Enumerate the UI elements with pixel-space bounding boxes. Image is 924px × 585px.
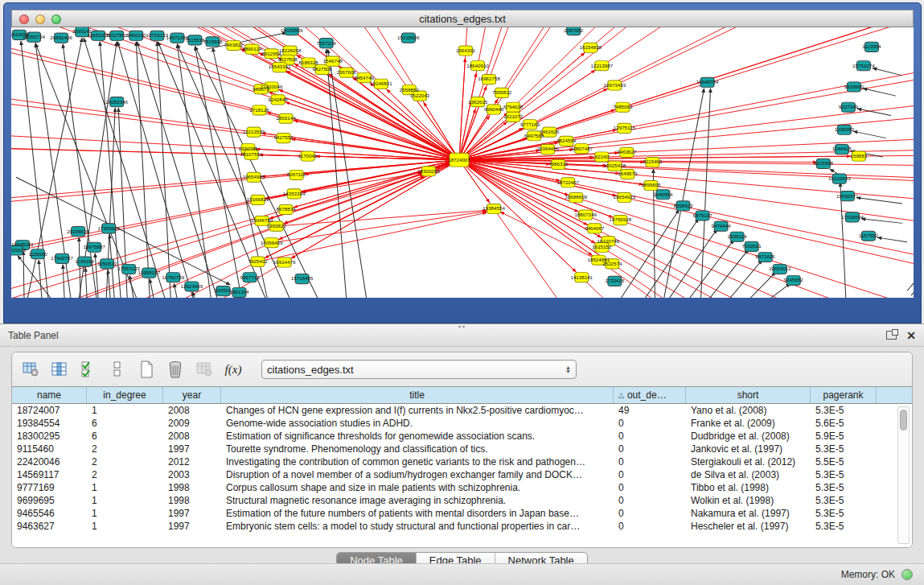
network-node-label: 3824554 (556, 138, 577, 143)
table-cell: 1 (87, 495, 163, 506)
table-row[interactable]: 1872400712008Changes of HCN gene express… (12, 404, 891, 417)
network-node-label: 9245652 (784, 278, 804, 283)
float-panel-icon[interactable] (886, 331, 897, 340)
column-header-short[interactable]: short (686, 387, 811, 403)
network-node-label: 10975887 (83, 245, 105, 249)
select-all-button[interactable] (76, 357, 101, 381)
network-node-label: 9899695 (641, 183, 661, 188)
function-builder-icon: f(x) (225, 363, 242, 377)
table-cell: 2008 (163, 405, 221, 416)
table-cell: Corpus callosum shape and size in male p… (221, 482, 614, 493)
column-header-pagerank[interactable]: pagerank (811, 387, 877, 403)
network-node-label: 9427552 (274, 136, 294, 141)
table-cell: 0 (614, 418, 686, 429)
network-node-label: 9827508 (313, 67, 333, 72)
table-cell: 1 (87, 521, 163, 532)
table-cell: Nakamura et al. (1997) (686, 508, 811, 519)
column-header-label: pagerank (823, 389, 863, 401)
table-mode-button[interactable] (18, 357, 43, 381)
network-node-label: 9466160 (126, 33, 146, 38)
table-cell: Estimation of the future numbers of pati… (221, 508, 614, 519)
network-node-label: 9474444 (712, 224, 732, 229)
network-node-label: 1881304 (229, 290, 249, 295)
table-vertical-scrollbar[interactable] (897, 406, 910, 544)
table-row[interactable]: 911546021997Tourette syndrome. Phenomeno… (12, 443, 891, 455)
table-row[interactable]: 1456911722003Disruption of a novel membe… (12, 468, 891, 481)
network-node-label: 7462626 (540, 130, 560, 134)
table-panel-title: Table Panel (8, 330, 886, 341)
column-header-in_degree[interactable]: in_degree (87, 387, 163, 403)
scrollbar-thumb[interactable] (900, 410, 907, 431)
network-node-label: 19146821 (370, 81, 392, 86)
network-node-label: 7425402 (248, 259, 268, 264)
table-row[interactable]: 2242004622012Investigating the contribut… (12, 455, 891, 468)
column-header-year[interactable]: year (163, 387, 221, 403)
table-cell: 2009 (163, 418, 221, 429)
table-cell: de Silva et al. (2003) (686, 469, 811, 480)
network-node-label: 17942757 (51, 256, 73, 261)
table-row[interactable]: 1830029562008Estimation of significance … (12, 430, 891, 443)
delete-table-button[interactable] (192, 357, 216, 381)
table-row[interactable]: 969969511998Structural magnetic resonanc… (12, 494, 891, 507)
column-header-name[interactable]: name (12, 387, 87, 403)
network-node-label: 20364486 (536, 147, 559, 152)
network-node-label: 1546748 (323, 59, 343, 64)
table-cell: Jankovic et al. (1997) (686, 443, 811, 455)
table-row[interactable]: 946554611997Estimation of the future num… (12, 507, 891, 520)
network-node-label: 1167553 (859, 233, 878, 238)
network-frame-titlebar[interactable]: citations_edges.txt (11, 10, 914, 27)
delete-column-button[interactable] (163, 357, 187, 381)
function-builder-button[interactable]: f(x) (221, 357, 245, 381)
network-node-label: 989679 (253, 87, 269, 92)
table-cell: 18300295 (12, 431, 87, 442)
network-node-label: 8958923 (673, 204, 693, 208)
table-cell: 5.3E-5 (811, 495, 877, 506)
network-node-label: 6879197 (692, 213, 713, 218)
trash-icon (166, 360, 184, 379)
table-cell: 9699695 (12, 495, 87, 506)
table-selector-dropdown[interactable]: citations_edges.txt ▲▼ (261, 360, 577, 379)
table-cell: 2012 (163, 456, 221, 468)
table-cell: 6 (87, 431, 163, 442)
table-cell: 9465546 (12, 508, 87, 519)
table-cell: 5.6E-5 (811, 418, 877, 429)
table-cell: Changes of HCN gene expression and I(f) … (221, 405, 614, 416)
close-panel-icon[interactable]: ✕ (906, 330, 916, 341)
table-panel-body: f(x) citations_edges.txt ▲▼ namein_degre… (11, 352, 913, 548)
column-header-out_de[interactable]: △out_de… (614, 387, 686, 403)
unselect-all-button[interactable] (105, 357, 129, 381)
sort-ascending-icon: △ (618, 391, 624, 399)
network-node-label: 9990448 (484, 107, 504, 112)
network-node-label: 1209383 (835, 127, 855, 132)
table-cell: 18724007 (12, 405, 87, 416)
zoom-window-icon[interactable] (51, 14, 61, 24)
table-cell: 0 (614, 495, 686, 506)
network-canvas[interactable]: 1633054140557242089140620931411065332811… (11, 27, 914, 298)
network-node-label: 10719133 (146, 33, 169, 38)
network-node-label: 1362615 (468, 100, 488, 105)
show-columns-button[interactable] (47, 357, 72, 381)
column-header-title[interactable]: title (221, 387, 614, 403)
minimize-window-icon[interactable] (35, 14, 45, 24)
network-svg: 1633054140557242089140620931411065332811… (11, 27, 914, 298)
network-node-label: 2087682 (564, 28, 584, 33)
network-node-label: 2558852 (400, 88, 420, 93)
network-node-label: 9627508 (278, 57, 298, 62)
network-node-label: 19046780 (251, 219, 273, 224)
table-row[interactable]: 1938455462009Genome-wide association stu… (12, 417, 891, 430)
network-node-label: 17359924 (97, 226, 120, 231)
table-row[interactable]: 946362711997Embryonic stem cells: a mode… (12, 520, 891, 533)
split-pane-grip[interactable] (458, 325, 466, 328)
network-node-label: 1115680 (28, 252, 47, 257)
new-column-button[interactable] (134, 357, 158, 381)
table-row[interactable]: 977716911998Corpus callosum shape and si… (12, 481, 891, 494)
network-node-label: 1170042 (298, 154, 318, 159)
table-cell: 1998 (163, 495, 221, 506)
network-node-label: 1621072 (503, 114, 524, 119)
network-frame[interactable]: citations_edges.txt (3, 2, 922, 323)
table-cell: Tibbo et al. (1998) (686, 482, 811, 493)
network-desktop: citations_edges.txt (0, 0, 924, 323)
table-cell: 0 (614, 482, 686, 493)
network-node-label: 18724007 (448, 158, 470, 163)
close-window-icon[interactable] (19, 14, 29, 24)
